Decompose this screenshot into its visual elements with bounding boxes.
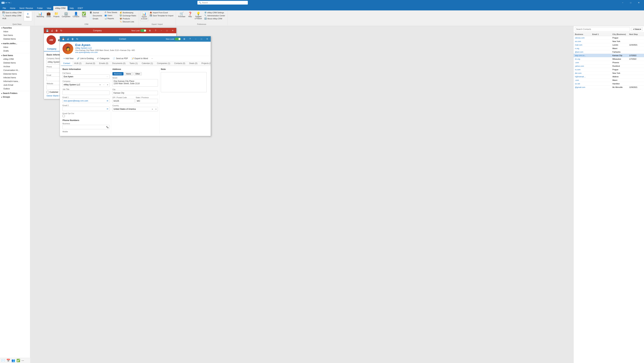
sidebar-item-infected[interactable]: Infected Items [0, 76, 30, 80]
export-word-button[interactable]: 📝 Export to Word [130, 57, 149, 60]
street-input[interactable]: One Kansas City Place 1200 Main Street, … [112, 79, 158, 86]
company-tab-company[interactable]: Company [45, 47, 58, 52]
company-dropdown-arrow[interactable]: ▾ [98, 83, 102, 87]
contact-tab-projects[interactable]: Projects (0) [200, 61, 211, 66]
company-dropdown-clear[interactable]: ✕ [106, 83, 110, 87]
tab-eset[interactable]: ESET [76, 6, 85, 10]
help-button[interactable]: ❓ Help [187, 11, 194, 18]
table-row[interactable]: mail.com Laredo 12/3/2021 [574, 43, 644, 47]
close-button[interactable]: ✕ [635, 0, 643, 6]
contact-tab-contacts[interactable]: Contacts (0) [172, 61, 187, 66]
documents-button[interactable]: 📄 Documents [89, 14, 103, 17]
contact-tab-tasks[interactable]: Tasks (1) [128, 61, 140, 66]
country-input[interactable] [112, 108, 150, 110]
state-input[interactable] [136, 99, 158, 103]
contact-tab-documents[interactable]: Documents (0) [110, 61, 128, 66]
sidebar-item-deleted[interactable]: Deleted Items [0, 37, 30, 41]
sidebar-item-junk[interactable]: Junk Email [0, 83, 30, 87]
tab-eway-crm[interactable]: eWay-CRM [53, 6, 68, 10]
business-phone-btn[interactable]: 📞 [106, 125, 110, 129]
contact-tab-deals[interactable]: Deals (0) [187, 61, 200, 66]
full-name-more-btn[interactable]: ··· [105, 74, 110, 79]
company-delete-btn[interactable]: 🗑 [54, 28, 59, 32]
deals-button[interactable]: 💼 Deals [45, 11, 52, 18]
email-opt-out-checkbox[interactable] [62, 115, 65, 117]
contact-delete-btn[interactable]: 🗑 [70, 37, 74, 41]
email1-send-btn[interactable]: ✉ [106, 99, 110, 103]
sidebar-item-drafts[interactable]: Drafts [0, 49, 30, 53]
journal-button[interactable]: 📓 Journal [89, 11, 103, 14]
link-existing-button[interactable]: 🔗 Link to Existing [76, 57, 95, 60]
import-excel-button[interactable]: 📥 Import From Excel [149, 11, 174, 14]
views-button[interactable]: ≡ Views ▾ [632, 28, 643, 31]
table-row[interactable]: der.com New York [574, 72, 644, 75]
sidebar-item-inbox[interactable]: Inbox [0, 30, 30, 34]
favorites-header[interactable]: ▾ Favorites [0, 26, 30, 30]
email2-input[interactable] [63, 108, 106, 110]
table-row[interactable]: n.org Miami [574, 47, 644, 50]
contacts-button[interactable]: 👤 Contacts [72, 11, 80, 18]
table-row[interactable]: oo.com New York [574, 40, 644, 43]
company-refresh-btn[interactable]: ↻ [59, 28, 63, 32]
company-new-look-switch[interactable] [140, 29, 146, 32]
mail-nav-button[interactable]: ✉️ [1, 359, 5, 362]
more-actions-button[interactable]: ··· [150, 57, 154, 60]
sidebar-item-conversation[interactable]: Conversation Hi... [0, 68, 30, 72]
company-dropdown-more[interactable]: ··· [102, 83, 106, 87]
sidebar-item-deleted2[interactable]: Deleted Items [0, 61, 30, 65]
contact-tab-contact[interactable]: Contact [61, 61, 72, 66]
contact-maximize-btn[interactable]: □ [199, 37, 204, 41]
hub-button[interactable]: HUB [1, 17, 23, 20]
address-tab-business[interactable]: Business [112, 72, 124, 76]
country-dropdown-arrow[interactable]: ▾ [150, 107, 154, 111]
emails-button[interactable]: ✉️ Emails [89, 17, 103, 20]
contact-tab-journal[interactable]: Journal (0) [84, 61, 97, 66]
company-nw-btn[interactable]: ⊞ [148, 29, 152, 32]
address-tab-other[interactable]: Other [134, 72, 142, 76]
tab-home[interactable]: Home [8, 6, 17, 10]
sidebar-item-sent[interactable]: Sent Items [0, 34, 30, 37]
company-minimize-btn[interactable]: − [159, 29, 164, 32]
crm-settings-button[interactable]: ⚙️ eWay-CRM Settings [203, 11, 226, 14]
tab-help[interactable]: Help [68, 6, 76, 10]
table-row[interactable]: @gmail.com Mc Minnville 12/9/2021 [574, 86, 644, 89]
email2-send-btn[interactable]: ✉ [106, 107, 110, 111]
contact-tab-emails[interactable]: Emails (0) [97, 61, 110, 66]
discount-lists-button[interactable]: 🏷️ Discount Lists [118, 20, 137, 23]
contacts-search-input[interactable] [575, 27, 630, 32]
contact-email-display[interactable]: eve.ayeen@eway-crm.com [75, 51, 208, 53]
contact-company-link[interactable]: eWay System LLC [75, 47, 208, 49]
minimize-button[interactable]: − [619, 0, 626, 6]
contact-save-btn[interactable]: 💾 [61, 37, 65, 41]
contact-refresh-btn[interactable]: ↻ [75, 37, 79, 41]
city-input[interactable] [112, 91, 158, 95]
search-eway-button[interactable]: 🔍 Search eWay-CRM [1, 14, 23, 17]
company-help-btn[interactable]: ? [154, 29, 158, 32]
new-button[interactable]: + New [24, 11, 32, 21]
tasks-nav-button[interactable]: ✅ [16, 359, 20, 362]
suggest-feature-button[interactable]: 💡 Suggesta Feature [194, 11, 203, 20]
contact-close-btn[interactable]: ✕ [205, 37, 209, 41]
address-tab-home[interactable]: Home [124, 72, 133, 76]
country-clear-btn[interactable]: ✕ [154, 107, 158, 111]
table-row[interactable]: ox.net Hamilton [574, 82, 644, 86]
purchase-button[interactable]: 🛒 Purchase [177, 11, 186, 18]
products-button[interactable]: 📦 Products [118, 17, 137, 20]
contact-new-look-switch[interactable] [175, 38, 181, 40]
admin-center-button[interactable]: 🔧 Administration Center [203, 14, 226, 17]
global-search-box[interactable]: 🔍 [198, 1, 248, 4]
table-row[interactable]: odcorp.com Prague [574, 36, 644, 40]
marketing-button[interactable]: 📊 Marketing [36, 11, 45, 18]
search-folders-header[interactable]: ▸ Search Folders [0, 92, 30, 95]
job-title-input[interactable] [62, 90, 110, 95]
contact-tab-hub[interactable]: HUB (2) [72, 61, 83, 66]
company-save-btn[interactable]: 💾 [45, 28, 49, 32]
martin-header[interactable]: ▾ martin.stefko... [0, 42, 30, 46]
company-print-btn[interactable]: 🖨 [50, 28, 54, 32]
companies-button[interactable]: 🏢 Companies [61, 11, 72, 18]
timesheets-button[interactable]: ⏱ Time Sheets [104, 11, 118, 14]
sidebar-item-informacni[interactable]: Informační kana... [0, 80, 30, 83]
company-close-btn[interactable]: ✕ [170, 29, 175, 32]
tab-folder[interactable]: Folder [35, 6, 45, 10]
contact-tab-calendar[interactable]: Calendar (1) [140, 61, 155, 66]
